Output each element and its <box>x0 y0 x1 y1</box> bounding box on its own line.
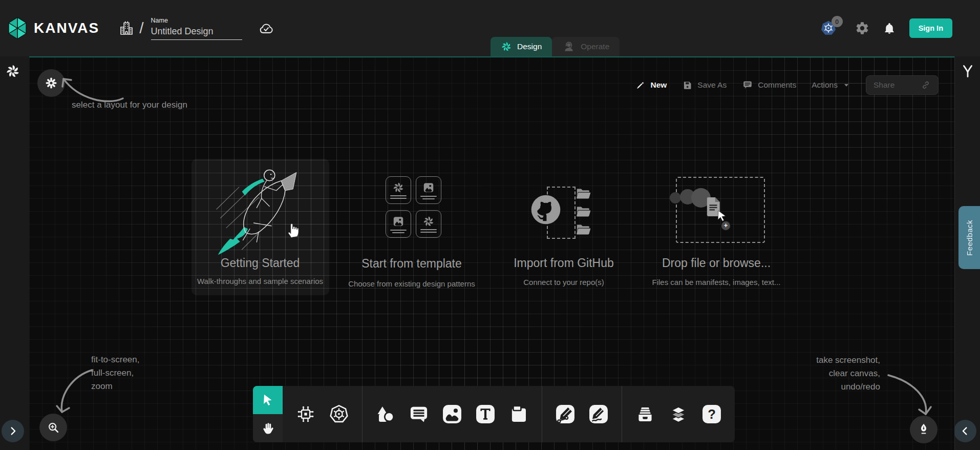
image-tool-button[interactable] <box>440 402 464 426</box>
pencil-icon <box>635 80 646 90</box>
organization-icon[interactable] <box>118 19 135 37</box>
y-logo-icon[interactable] <box>961 64 975 79</box>
comment-bubble-icon <box>742 79 753 91</box>
feedback-label: Feedback <box>965 220 974 256</box>
circuit-icon <box>295 404 316 424</box>
note-icon <box>508 403 529 425</box>
zoom-hint-arrow-icon <box>47 364 96 419</box>
hint-line: undo/redo <box>727 380 880 394</box>
name-label: Name <box>151 17 242 24</box>
card-getting-started[interactable]: Getting Started Walk-throughs and sample… <box>191 159 329 295</box>
card-title: Getting Started <box>178 256 342 270</box>
hint-line: full-screen, <box>91 366 139 380</box>
kanvas-hexagon-icon <box>7 16 28 40</box>
note-tool-button[interactable] <box>507 402 530 426</box>
template-tile <box>386 210 411 238</box>
drawer-tool-button[interactable] <box>633 402 657 426</box>
hint-line: take screenshot, <box>727 354 880 367</box>
expand-right-panel-button[interactable] <box>954 420 976 442</box>
caret-down-icon <box>842 81 850 89</box>
app-header: KANVAS / Name Design Operate <box>0 0 980 56</box>
svg-text:?: ? <box>708 407 716 421</box>
new-button[interactable]: New <box>635 80 667 90</box>
chevron-right-icon <box>7 425 18 437</box>
tab-operate-label: Operate <box>581 42 609 51</box>
card-start-from-template[interactable] <box>386 176 441 238</box>
asterisk-icon <box>45 76 58 90</box>
kubernetes-status[interactable]: 0 <box>819 19 842 37</box>
left-rail <box>0 56 30 450</box>
tool-select-pan-column <box>253 386 283 442</box>
select-tool-button[interactable] <box>253 386 283 414</box>
card-title[interactable]: Import from GitHub <box>482 256 646 270</box>
kubernetes-tool-button[interactable] <box>327 402 351 426</box>
canvas-toolbar: New Save As Comments Actions Share <box>635 76 939 94</box>
pan-tool-button[interactable] <box>253 414 283 442</box>
spinner-spiral-icon[interactable] <box>5 64 20 79</box>
layers-icon <box>668 403 689 425</box>
comment-tool-button[interactable] <box>407 402 431 426</box>
github-octocat-icon[interactable] <box>528 192 563 227</box>
card-subtitle: Walk-throughs and sample scenarios <box>178 277 342 285</box>
new-label: New <box>650 80 667 90</box>
magnifier-plus-icon <box>46 420 60 435</box>
card-subtitle: Choose from existing design patterns <box>330 279 494 288</box>
cloud-saved-icon <box>258 21 275 36</box>
actions-label: Actions <box>812 80 838 90</box>
save-as-button[interactable]: Save As <box>682 80 727 91</box>
actions-dropdown[interactable]: Actions <box>812 80 850 90</box>
brand-logo[interactable]: KANVAS <box>0 16 99 40</box>
tab-design[interactable]: Design <box>491 37 552 56</box>
text-tool-button[interactable] <box>474 402 497 426</box>
share-label: Share <box>874 80 894 90</box>
shapes-icon <box>375 403 396 425</box>
screenshot-hint-arrow-icon <box>883 370 940 420</box>
relationship-tool-button[interactable] <box>294 402 317 426</box>
help-tool-button[interactable]: ? <box>700 402 723 426</box>
floppy-disk-icon <box>682 80 693 91</box>
design-canvas[interactable]: select a layout for your design New Save… <box>29 56 954 450</box>
spiral-template-icon <box>392 181 404 194</box>
header-actions: 0 Sign In <box>819 0 952 56</box>
comments-label: Comments <box>758 80 796 90</box>
repo-folder-icon <box>575 222 592 237</box>
sign-in-button[interactable]: Sign In <box>909 18 952 38</box>
screenshot-pen-button[interactable] <box>910 416 938 443</box>
design-name-input[interactable] <box>151 25 242 40</box>
hint-line: zoom <box>91 380 139 393</box>
pointer-hand-cursor-icon <box>285 219 303 239</box>
template-tile <box>386 176 411 204</box>
pen-tool-button[interactable] <box>553 402 577 426</box>
card-title[interactable]: Drop file or browse... <box>634 256 798 270</box>
screenshot-hint-text: take screenshot, clear canvas, undo/redo <box>727 354 880 394</box>
hand-icon <box>261 421 274 436</box>
image-square-icon <box>441 403 463 425</box>
share-button[interactable]: Share <box>866 75 939 95</box>
hint-line: clear canvas, <box>727 367 880 380</box>
notifications-bell-icon[interactable] <box>883 22 896 35</box>
card-subtitle: Files can be manifests, images, text... <box>634 278 798 287</box>
layers-tool-button[interactable] <box>667 402 690 426</box>
card-subtitle: Connect to your repo(s) <box>482 278 646 287</box>
brand-name: KANVAS <box>34 20 99 36</box>
hint-line: fit-to-screen, <box>91 353 139 366</box>
pen-path-icon <box>554 403 577 425</box>
chevron-left-icon <box>960 425 971 437</box>
shapes-tool-button[interactable] <box>374 402 397 426</box>
expand-left-panel-button[interactable] <box>2 420 24 442</box>
pencil-scribble-icon <box>587 403 610 425</box>
question-icon: ? <box>700 403 723 425</box>
settings-gear-icon[interactable] <box>855 21 869 35</box>
comments-button[interactable]: Comments <box>742 79 796 91</box>
cursor-arrow-icon <box>261 393 274 407</box>
pencil-tool-button[interactable] <box>587 402 610 426</box>
tool-group <box>283 386 362 442</box>
rocket-rider-illustration <box>209 165 312 258</box>
zoom-button[interactable] <box>39 414 67 441</box>
tab-design-label: Design <box>517 42 542 51</box>
card-title[interactable]: Start from template <box>330 257 494 271</box>
tool-group <box>542 386 622 442</box>
helm-icon <box>328 403 350 425</box>
tab-operate[interactable]: Operate <box>552 37 620 56</box>
feedback-tab[interactable]: Feedback <box>958 206 980 269</box>
